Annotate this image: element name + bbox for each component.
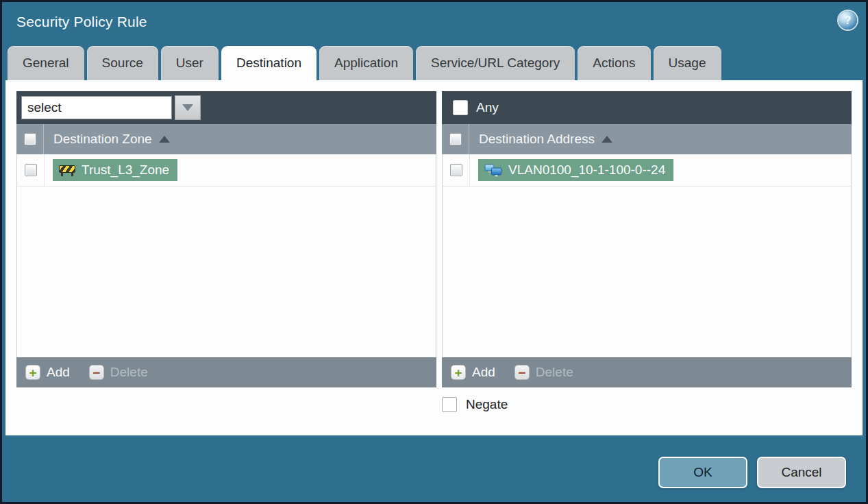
address-column-header-label: Destination Address — [479, 132, 595, 147]
address-row-checkbox-cell — [443, 154, 470, 186]
negate-label: Negate — [466, 397, 508, 412]
address-row-checkbox[interactable] — [450, 164, 462, 176]
sort-ascending-icon — [602, 136, 612, 143]
security-policy-rule-dialog: Security Policy Rule ? General Source Us… — [0, 0, 868, 504]
zone-column-header-label: Destination Zone — [53, 132, 152, 147]
negate-checkbox[interactable] — [442, 397, 457, 412]
dialog-title: Security Policy Rule — [16, 14, 147, 30]
select-all-addresses-checkbox[interactable] — [449, 133, 462, 145]
zone-add-button[interactable]: + Add — [25, 365, 70, 380]
zone-value-label: Trust_L3_Zone — [82, 163, 169, 178]
tab-general[interactable]: General — [8, 46, 84, 80]
network-address-icon — [484, 164, 502, 177]
destination-tab-content: Destination Zone Trust_L3_Zone + — [5, 80, 863, 435]
address-panel-footer: + Add − Delete — [442, 357, 852, 387]
any-label: Any — [476, 100, 499, 115]
tab-source[interactable]: Source — [87, 46, 158, 80]
sort-ascending-icon — [159, 136, 170, 143]
address-value-tag[interactable]: VLAN0100_10-1-100-0--24 — [478, 159, 673, 181]
chevron-down-icon — [182, 104, 193, 111]
zone-delete-button[interactable]: − Delete — [89, 365, 148, 380]
table-row[interactable]: Trust_L3_Zone — [17, 154, 436, 187]
zone-value-tag[interactable]: Trust_L3_Zone — [53, 159, 177, 181]
zone-row-checkbox[interactable] — [25, 164, 37, 176]
any-checkbox[interactable] — [453, 100, 468, 115]
zone-header-checkbox-cell — [16, 124, 44, 154]
zone-panel-footer: + Add − Delete — [16, 357, 436, 387]
zone-barrier-icon — [59, 165, 75, 176]
zone-toolbar — [16, 91, 436, 124]
delete-minus-icon: − — [89, 365, 104, 380]
delete-minus-icon: − — [514, 365, 530, 380]
zone-rows-area: Trust_L3_Zone — [16, 154, 436, 357]
address-toolbar: Any — [442, 91, 852, 124]
tab-actions[interactable]: Actions — [578, 46, 650, 80]
address-add-button[interactable]: + Add — [451, 365, 495, 380]
help-icon[interactable]: ? — [839, 11, 857, 29]
tab-user[interactable]: User — [161, 46, 219, 80]
address-header-checkbox-cell — [442, 124, 469, 154]
address-delete-button[interactable]: − Delete — [514, 365, 573, 380]
zone-add-label: Add — [47, 365, 70, 380]
zone-row-checkbox-cell — [17, 154, 45, 186]
address-rows-area: VLAN0100_10-1-100-0--24 — [442, 154, 852, 357]
table-row[interactable]: VLAN0100_10-1-100-0--24 — [443, 154, 851, 187]
cancel-button[interactable]: Cancel — [757, 457, 846, 488]
tab-application[interactable]: Application — [319, 46, 413, 80]
add-plus-icon: + — [25, 365, 40, 380]
address-column-header[interactable]: Destination Address — [479, 132, 612, 147]
address-add-label: Add — [472, 365, 495, 380]
zone-select-dropdown-button[interactable] — [175, 95, 201, 120]
any-toggle: Any — [447, 100, 499, 115]
zone-column-header-row: Destination Zone — [16, 124, 436, 154]
address-delete-label: Delete — [536, 365, 573, 380]
tab-bar: General Source User Destination Applicat… — [8, 46, 721, 80]
add-plus-icon: + — [451, 365, 466, 380]
zone-select-input[interactable] — [21, 96, 172, 119]
address-column-header-row: Destination Address — [442, 124, 852, 154]
zone-column-header[interactable]: Destination Zone — [53, 132, 170, 147]
tab-service-url-category[interactable]: Service/URL Category — [416, 46, 575, 80]
zone-delete-label: Delete — [110, 365, 148, 380]
destination-zone-panel: Destination Zone Trust_L3_Zone + — [16, 91, 436, 387]
tab-usage[interactable]: Usage — [654, 46, 721, 80]
negate-toggle: Negate — [442, 397, 508, 412]
address-value-label: VLAN0100_10-1-100-0--24 — [508, 163, 665, 178]
select-all-zones-checkbox[interactable] — [24, 133, 36, 145]
ok-button[interactable]: OK — [658, 457, 747, 488]
tab-destination[interactable]: Destination — [221, 46, 317, 82]
destination-address-panel: Any Destination Address — [442, 91, 852, 387]
